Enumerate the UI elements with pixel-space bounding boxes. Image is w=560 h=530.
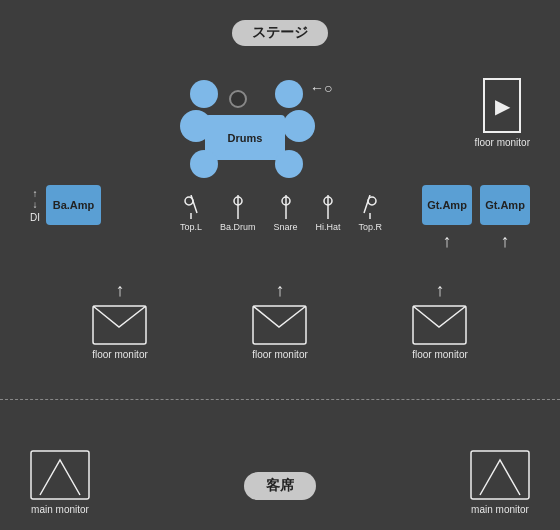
main-monitor-left-label: main monitor [31, 504, 89, 515]
svg-point-13 [368, 197, 376, 205]
audience-label: 客席 [244, 472, 316, 500]
stage-area: ステージ ←○ ▶ floor monitor Drums [0, 0, 560, 400]
ba-amp-box: Ba.Amp [46, 185, 101, 225]
side-monitor-label-right: floor monitor [474, 137, 530, 148]
side-floor-monitor-right: ▶ floor monitor [474, 78, 530, 148]
gt-amp1-arrow: ↑ [443, 231, 452, 252]
mic-top-r: Top.R [359, 195, 383, 232]
main-monitor-right-label: main monitor [471, 504, 529, 515]
svg-rect-18 [31, 451, 89, 499]
mic-icon-top-l [183, 195, 199, 220]
stage-arrow-indicator: ←○ [310, 80, 332, 96]
svg-rect-19 [471, 451, 529, 499]
audience-area: main monitor 客席 main monitor [0, 400, 560, 530]
floor-monitor-center-right: ↑ floor monitor [412, 280, 468, 360]
gt-amp2-box: Gt.Amp [480, 185, 530, 225]
main-monitor-right-icon [470, 450, 530, 500]
drum-circle-bl [190, 150, 218, 178]
di-ba-area: ↑ ↓ DI Ba.Amp [30, 185, 101, 225]
gt-amp2-group: Gt.Amp ↑ [480, 185, 530, 252]
main-monitor-left: main monitor [30, 450, 90, 515]
main-monitor-right: main monitor [470, 450, 530, 515]
drums-box: Drums [205, 115, 285, 160]
floor-monitor-left-icon [92, 305, 147, 345]
gt-amp1-box: Gt.Amp [422, 185, 472, 225]
floor-monitor-cl-icon [252, 305, 307, 345]
drum-circle-mr [283, 110, 315, 142]
floor-monitor-left-label: floor monitor [92, 349, 148, 360]
audience-label-container: 客席 [244, 472, 316, 500]
gt-amp2-arrow: ↑ [501, 231, 510, 252]
mic-top-l: Top.L [180, 195, 202, 232]
floor-monitor-center-left: ↑ floor monitor [252, 280, 308, 360]
mic-ba-drum: Ba.Drum [220, 195, 256, 232]
floor-monitor-left-arrow: ↑ [115, 280, 124, 301]
drum-kick [229, 90, 247, 108]
gt-amps-area: Gt.Amp ↑ Gt.Amp ↑ [422, 185, 530, 252]
floor-monitors-row: ↑ floor monitor ↑ floor monitor ↑ floor … [0, 280, 560, 360]
drum-circle-tl [190, 80, 218, 108]
main-monitor-left-icon [30, 450, 90, 500]
side-monitor-box-right: ▶ [483, 78, 521, 133]
mic-hi-hat: Hi.Hat [316, 195, 341, 232]
floor-monitor-left: ↑ floor monitor [92, 280, 148, 360]
mic-snare: Snare [274, 195, 298, 232]
floor-monitor-cl-label: floor monitor [252, 349, 308, 360]
side-monitor-arrow-right: ▶ [495, 94, 510, 118]
floor-monitor-cr-arrow: ↑ [435, 280, 444, 301]
stage-label: ステージ [232, 20, 328, 46]
mic-icon-snare [278, 195, 294, 220]
mic-icon-hi-hat [320, 195, 336, 220]
floor-monitor-cl-arrow: ↑ [275, 280, 284, 301]
gt-amp1-group: Gt.Amp ↑ [422, 185, 472, 252]
di-label: DI [30, 212, 40, 223]
mic-icon-ba-drum [230, 195, 246, 220]
floor-monitor-cr-icon [412, 305, 467, 345]
drum-circle-br [275, 150, 303, 178]
drum-circle-tr [275, 80, 303, 108]
mic-stands-row: Top.L Ba.Drum Snare [180, 195, 382, 232]
mic-icon-top-r [362, 195, 378, 220]
svg-point-1 [185, 197, 193, 205]
di-arrows: ↑ ↓ DI [30, 188, 40, 223]
floor-monitor-cr-label: floor monitor [412, 349, 468, 360]
